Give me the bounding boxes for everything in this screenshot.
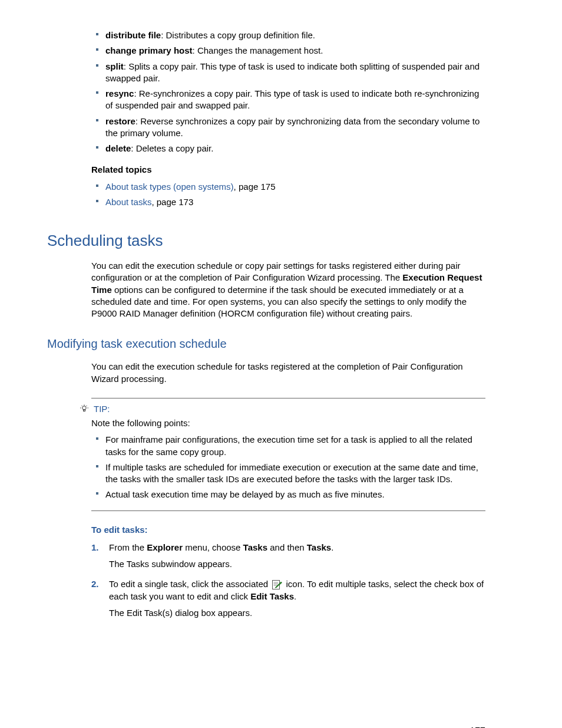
bullet-desc: : Splits a copy pair. This type of task … (105, 61, 480, 83)
lightbulb-icon (80, 404, 89, 414)
bullet-term: resync (105, 88, 134, 98)
step1-text-a: From the (109, 542, 147, 552)
bullet-desc: : Re-synchronizes a copy pair. This type… (105, 88, 479, 110)
step2-sub: The Edit Task(s) dialog box appears. (109, 607, 485, 619)
bullet-term: split (105, 61, 124, 71)
step1-text-d: and then (267, 542, 307, 552)
tip-item: For mainframe pair configurations, the e… (91, 434, 485, 458)
steps-heading: To edit tasks: (91, 524, 485, 536)
step2-text-a: To edit a single task, click the associa… (109, 579, 270, 589)
step1-text-c: menu, choose (183, 542, 243, 552)
bullet-item: change primary host: Changes the managem… (91, 45, 485, 57)
svg-line-6 (87, 406, 87, 406)
bullet-item: restore: Reverse synchronizes a copy pai… (91, 116, 485, 140)
step2-bold-edit-tasks: Edit Tasks (250, 591, 294, 601)
step1-bold-tasks1: Tasks (243, 542, 267, 552)
subsection-paragraph: You can edit the execution schedule for … (91, 361, 485, 385)
step2-text-c: . (294, 591, 296, 601)
step1-bold-tasks2: Tasks (307, 542, 331, 552)
tip-item: Actual task execution time may be delaye… (91, 489, 485, 500)
related-topics-heading: Related topics (91, 164, 485, 176)
bullet-term: change primary host (105, 45, 193, 55)
bullet-term: delete (105, 143, 131, 153)
step-1: From the Explorer menu, choose Tasks and… (91, 542, 485, 571)
step1-bold-explorer: Explorer (147, 542, 183, 552)
svg-rect-1 (84, 410, 85, 411)
related-topics-list: About task types (open systems), page 17… (91, 181, 485, 209)
edit-task-icon (272, 579, 282, 590)
tip-intro: Note the following points: (91, 417, 485, 429)
related-item: About task types (open systems), page 17… (91, 181, 485, 193)
related-rest: , page 173 (151, 197, 193, 207)
bullet-desc: : Changes the management host. (193, 45, 323, 55)
svg-point-0 (82, 406, 86, 410)
bullet-term: restore (105, 116, 135, 126)
related-rest: , page 175 (234, 182, 276, 192)
top-bullet-list: distribute file: Distributes a copy grou… (91, 29, 485, 208)
bullet-item: distribute file: Distributes a copy grou… (91, 29, 485, 41)
bullet-desc: : Deletes a copy pair. (131, 143, 213, 153)
bullet-desc: : Distributes a copy group definition fi… (161, 30, 315, 40)
step1-sub: The Tasks subwindow appears. (109, 558, 485, 570)
tip-label: TIP: (94, 403, 110, 415)
related-item: About tasks, page 173 (91, 196, 485, 208)
bullet-item: split: Splits a copy pair. This type of … (91, 61, 485, 85)
bullet-item: delete: Deletes a copy pair. (91, 143, 485, 154)
section-title: Scheduling tasks (47, 230, 485, 251)
related-link[interactable]: About task types (open systems) (105, 182, 234, 192)
page-footer: User Guide 177 (77, 725, 485, 728)
tip-rule-top (91, 398, 485, 398)
step-2: To edit a single task, click the associa… (91, 578, 485, 619)
bullet-term: distribute file (105, 30, 161, 40)
bullet-item: resync: Re-synchronizes a copy pair. Thi… (91, 88, 485, 112)
tip-item: If multiple tasks are scheduled for imme… (91, 462, 485, 486)
tip-rule-bottom (91, 510, 485, 511)
section-paragraph: You can edit the execution schedule or c… (91, 260, 485, 319)
section-text-b: options can be configured to determine i… (91, 285, 467, 319)
tip-list: For mainframe pair configurations, the e… (91, 434, 485, 500)
bullet-desc: : Reverse synchronizes a copy pair by sy… (105, 116, 480, 138)
subsection-title: Modifying task execution schedule (47, 336, 485, 352)
steps-list: From the Explorer menu, choose Tasks and… (91, 542, 485, 619)
related-link[interactable]: About tasks (105, 197, 151, 207)
step1-text-e: . (331, 542, 333, 552)
svg-line-5 (82, 406, 82, 406)
tip-block: TIP: Note the following points: For main… (91, 398, 485, 511)
